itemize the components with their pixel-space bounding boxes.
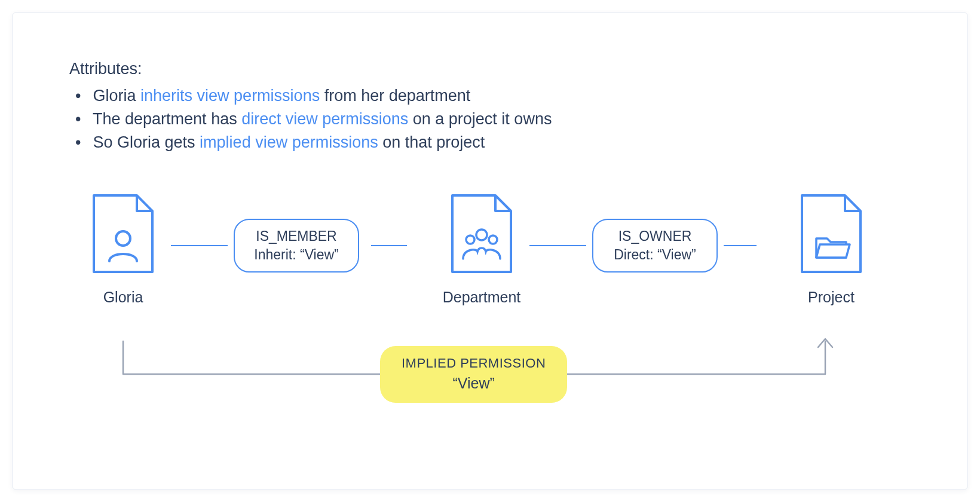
text-highlight: direct view permissions: [241, 110, 408, 128]
implied-value: “View”: [402, 375, 546, 392]
attributes-block: Attributes: Gloria inherits view permiss…: [69, 57, 786, 155]
implied-connector: [69, 192, 906, 449]
attributes-list: Gloria inherits view permissions from he…: [69, 84, 786, 154]
attributes-item: Gloria inherits view permissions from he…: [88, 84, 786, 108]
text-highlight: inherits view permissions: [140, 87, 320, 105]
text-post: from her department: [320, 87, 470, 105]
diagram-card: Attributes: Gloria inherits view permiss…: [12, 12, 968, 490]
text-pre: Gloria: [93, 87, 141, 105]
text-pre: The department has: [93, 110, 241, 128]
permission-diagram: Gloria IS_MEMBER Inherit: “View” Departm…: [69, 192, 906, 449]
attributes-item: The department has direct view permissio…: [88, 108, 786, 131]
attributes-title: Attributes:: [69, 57, 786, 81]
attributes-item: So Gloria gets implied view permissions …: [88, 131, 786, 154]
text-post: on a project it owns: [408, 110, 552, 128]
implied-title: IMPLIED PERMISSION: [402, 356, 546, 371]
implied-permission-badge: IMPLIED PERMISSION “View”: [380, 346, 567, 403]
text-pre: So Gloria gets: [93, 133, 200, 151]
text-highlight: implied view permissions: [200, 133, 378, 151]
text-post: on that project: [378, 133, 485, 151]
